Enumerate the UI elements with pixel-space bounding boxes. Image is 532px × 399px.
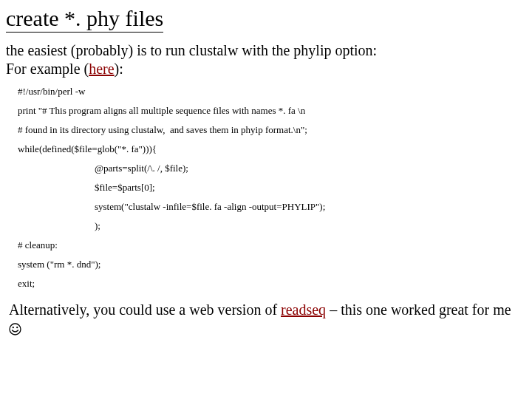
code-line-3: # found in its directory using clustalw,… [18, 124, 526, 136]
code-line-11: exit; [18, 278, 526, 290]
intro-line1: the easiest (probably) is to run clustal… [6, 42, 377, 58]
code-line-10: system ("rm *. dnd"); [18, 259, 526, 270]
code-line-9: # cleanup: [18, 239, 526, 251]
code-line-1: #!/usr/bin/perl -w [18, 86, 526, 98]
readseq-link[interactable]: readseq [281, 301, 326, 318]
intro-line2-prefix: For example ( [6, 61, 89, 77]
svg-point-2 [16, 327, 18, 328]
page-title: create *. phy files [6, 6, 163, 33]
code-line-2: print "# This program aligns all multipl… [18, 105, 526, 117]
code-line-7: system("clustalw -infile=$file. fa -alig… [95, 201, 526, 213]
smiley-icon [9, 321, 21, 340]
code-line-5: @parts=split(/\. /, $file); [95, 163, 526, 174]
intro-line2-suffix: ): [115, 61, 123, 77]
code-line-6: $file=$parts[0]; [95, 182, 526, 194]
svg-point-0 [10, 324, 21, 335]
here-link[interactable]: here [89, 61, 114, 77]
closing-part1: Alternatively, you could use a web versi… [9, 301, 281, 318]
code-line-4: while(defined($file=glob("*. fa"))){ [18, 143, 526, 155]
closing-part2: – this one worked great for me [326, 301, 511, 318]
svg-point-1 [13, 327, 14, 328]
closing-text: Alternatively, you could use a web versi… [9, 300, 523, 340]
code-line-8: ); [95, 220, 526, 232]
intro-text: the easiest (probably) is to run clustal… [6, 41, 526, 78]
